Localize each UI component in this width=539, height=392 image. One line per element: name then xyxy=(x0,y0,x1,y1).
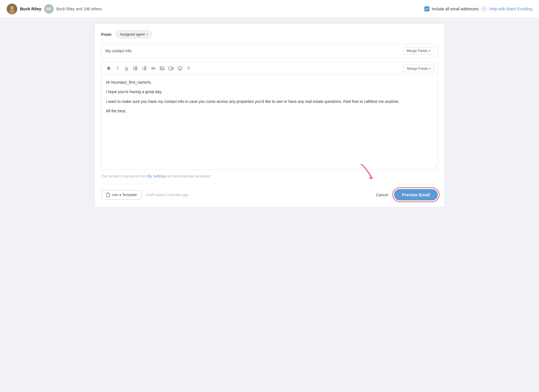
underline-button[interactable]: U xyxy=(123,64,130,72)
body-line3: I want to make sure you have my contact … xyxy=(106,98,433,105)
toolbar-tools: B I U xyxy=(105,64,193,72)
body-line4: All the best, xyxy=(106,108,433,114)
svg-point-7 xyxy=(133,70,134,70)
svg-rect-10 xyxy=(144,67,146,67)
body-merge-fields-button[interactable]: Merge Fields ▾ xyxy=(404,65,434,72)
emoji-button[interactable] xyxy=(176,64,184,72)
svg-point-1 xyxy=(10,6,14,9)
unordered-list-button[interactable] xyxy=(132,64,139,72)
cancel-button[interactable]: Cancel xyxy=(375,190,389,199)
from-value: Assigned agent xyxy=(120,32,145,36)
use-template-label: Use a Template xyxy=(112,193,137,197)
svg-point-19 xyxy=(179,68,180,68)
svg-rect-14 xyxy=(144,70,146,70)
clear-format-button[interactable]: Tx xyxy=(185,64,193,72)
ordered-list-button[interactable]: 1. 2. 3. xyxy=(140,64,148,72)
svg-rect-8 xyxy=(135,70,137,70)
svg-point-5 xyxy=(133,68,134,69)
italic-button[interactable]: I xyxy=(114,64,122,72)
editor-toolbar: B I U xyxy=(102,62,437,75)
recipients-text: Buck Riley and 196 others xyxy=(56,7,102,11)
bold-button[interactable]: B xyxy=(105,64,113,72)
template-doc-icon xyxy=(106,193,110,197)
from-row: From: Assigned agent ▾ xyxy=(101,30,438,38)
subject-field[interactable]: My contact info xyxy=(105,49,132,53)
top-bar-left: Buck Riley BR Buck Riley and 196 others xyxy=(7,4,102,14)
svg-point-20 xyxy=(181,68,181,68)
preview-email-wrapper: Preview Email xyxy=(394,189,438,200)
include-all-emails-checkbox[interactable] xyxy=(424,6,429,11)
help-with-batch-emailing-link[interactable]: Help with Batch Emailing xyxy=(489,7,532,11)
use-template-button[interactable]: Use a Template xyxy=(101,190,142,200)
top-bar-right: Include all email addresses ? Help with … xyxy=(424,6,532,11)
body-line2: I hope you're having a great day. xyxy=(106,89,433,95)
recipients-avatar: BR xyxy=(44,4,54,14)
bottom-bar-right: Cancel Preview Email xyxy=(375,189,438,200)
link-button[interactable] xyxy=(149,64,157,72)
signature-note: The sender's signature from My Settings … xyxy=(101,174,438,178)
from-label: From: xyxy=(101,32,112,37)
editor-body[interactable]: Hi %contact_first_name%, I hope you're h… xyxy=(102,75,437,169)
svg-rect-15 xyxy=(160,67,164,70)
from-chevron-icon: ▾ xyxy=(146,33,148,36)
signature-note-before: The sender's signature from xyxy=(101,174,147,178)
main-content: From: Assigned agent ▾ My contact info M… xyxy=(0,18,539,392)
svg-point-2 xyxy=(9,9,15,13)
bottom-bar: Use a Template Draft saved 2 minutes ago… xyxy=(101,184,438,200)
svg-point-18 xyxy=(178,66,182,70)
include-all-emails-area[interactable]: Include all email addresses xyxy=(424,6,479,11)
svg-rect-6 xyxy=(135,68,137,69)
svg-point-3 xyxy=(133,67,134,68)
include-all-emails-label: Include all email addresses xyxy=(432,7,479,11)
preview-email-button[interactable]: Preview Email xyxy=(394,189,438,200)
my-settings-link[interactable]: My Settings xyxy=(147,174,166,178)
subject-merge-fields-button[interactable]: Merge Fields ▾ xyxy=(403,47,434,54)
subject-row: My contact info Merge Fields ▾ xyxy=(101,44,438,58)
from-dropdown[interactable]: Assigned agent ▾ xyxy=(116,30,152,38)
merge-fields-chevron-icon: ▾ xyxy=(429,49,430,52)
help-icon[interactable]: ? xyxy=(481,6,486,11)
svg-text:3.: 3. xyxy=(142,69,143,70)
video-button[interactable] xyxy=(167,64,175,72)
resize-handle[interactable]: ⌟ xyxy=(435,163,436,168)
svg-rect-4 xyxy=(135,67,137,67)
body-line1: Hi %contact_first_name%, xyxy=(106,79,433,85)
email-card: From: Assigned agent ▾ My contact info M… xyxy=(94,23,445,207)
svg-rect-17 xyxy=(169,67,172,70)
avatar xyxy=(7,4,17,14)
image-button[interactable] xyxy=(158,64,166,72)
body-merge-fields-chevron-icon: ▾ xyxy=(429,67,431,70)
bottom-bar-left: Use a Template Draft saved 2 minutes ago xyxy=(101,190,188,200)
draft-saved-text: Draft saved 2 minutes ago xyxy=(146,193,188,197)
top-bar: Buck Riley BR Buck Riley and 196 others … xyxy=(0,0,539,18)
user-name: Buck Riley xyxy=(20,6,41,11)
editor-container: B I U xyxy=(101,62,438,170)
svg-rect-12 xyxy=(144,68,146,69)
signature-note-after: will automatically be added. xyxy=(166,174,211,178)
